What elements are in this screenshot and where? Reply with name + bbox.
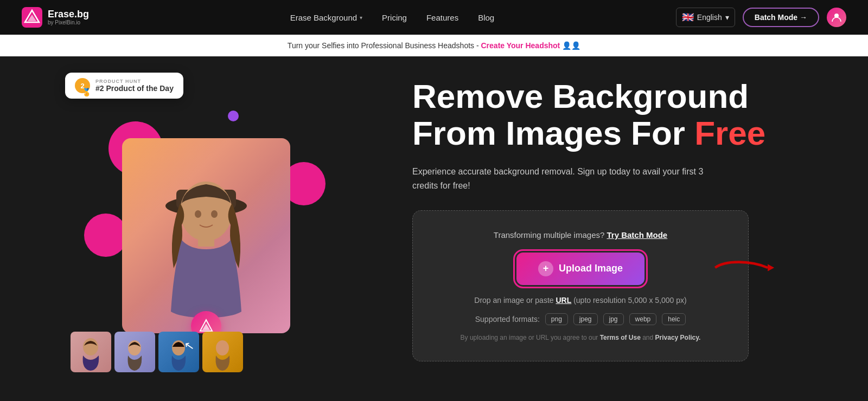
- nav-erase-background[interactable]: Erase Background ▾: [290, 13, 362, 22]
- format-badge-heic: heic: [662, 313, 686, 325]
- hero-heading: Remove Background From Images For Free: [412, 78, 825, 152]
- hero-image-card: [122, 138, 290, 333]
- upload-btn-wrap: + Upload Image: [435, 253, 726, 285]
- chevron-down-icon: ▾: [725, 13, 729, 22]
- batch-mode-text: Transforming multiple images? Try Batch …: [435, 230, 726, 240]
- flag-icon: 🇬🇧: [682, 11, 694, 23]
- language-selector[interactable]: 🇬🇧 English ▾: [676, 8, 735, 27]
- privacy-link[interactable]: Privacy Policy.: [655, 334, 701, 341]
- announcement-text: Turn your Selfies into Professional Busi…: [288, 41, 479, 50]
- logo-icon: [22, 7, 42, 28]
- nav-pricing[interactable]: Pricing: [382, 13, 407, 22]
- avatar[interactable]: [827, 8, 846, 27]
- terms-link[interactable]: Terms of Use: [600, 334, 641, 341]
- format-badge-jpeg: jpeg: [573, 313, 598, 325]
- deco-circle-small: [228, 111, 239, 121]
- red-arrow: [710, 254, 775, 283]
- nav-links: Erase Background ▾ Pricing Features Blog: [290, 13, 495, 22]
- hero-image-bg: [122, 138, 290, 333]
- svg-point-12: [83, 338, 98, 355]
- nav-features[interactable]: Features: [426, 13, 458, 22]
- deco-circle-medium: [84, 214, 127, 257]
- try-batch-mode-link[interactable]: Try Batch Mode: [607, 230, 668, 240]
- svg-point-15: [216, 340, 229, 355]
- formats-row: Supported formats: png jpeg jpg webp hei…: [435, 313, 726, 325]
- svg-marker-16: [768, 264, 774, 271]
- right-section: Remove Background From Images For Free E…: [380, 56, 868, 383]
- person-silhouette: [136, 160, 277, 333]
- chevron-down-icon: ▾: [360, 15, 362, 21]
- language-label: English: [697, 13, 722, 22]
- main-content: 2 PRODUCT HUNT #2 Product of the Day: [0, 56, 868, 383]
- headshot-cta-link[interactable]: Create Your Headshot: [481, 41, 560, 50]
- terms-text: By uploading an image or URL you agree t…: [435, 334, 726, 341]
- upload-btn-label: Upload Image: [559, 263, 623, 274]
- nav-blog[interactable]: Blog: [478, 13, 494, 22]
- url-link[interactable]: URL: [556, 296, 571, 305]
- ph-label: PRODUCT HUNT: [95, 79, 174, 84]
- logo-name: Erase.bg: [48, 9, 89, 20]
- ph-rank: 2: [75, 78, 90, 93]
- formats-label: Supported formats:: [475, 315, 540, 324]
- format-badge-png: png: [545, 313, 568, 325]
- drop-text: Drop an image or paste URL (upto resolut…: [435, 296, 726, 305]
- thumbnail-1: [71, 332, 111, 372]
- navbar: Erase.bg by PixelBin.io Erase Background…: [0, 0, 868, 35]
- nav-right: 🇬🇧 English ▾ Batch Mode →: [676, 8, 846, 27]
- svg-point-8: [195, 210, 201, 218]
- ph-title: #2 Product of the Day: [95, 84, 174, 93]
- svg-rect-7: [198, 236, 214, 247]
- upload-image-button[interactable]: + Upload Image: [516, 253, 644, 285]
- product-hunt-badge: 2 PRODUCT HUNT #2 Product of the Day: [65, 73, 183, 99]
- plus-icon: +: [538, 261, 553, 276]
- logo-sub: by PixelBin.io: [48, 20, 89, 25]
- announcement-emoji: 👤👤: [562, 41, 580, 50]
- hero-subtext: Experience accurate background removal. …: [412, 165, 727, 192]
- user-icon: [831, 12, 842, 23]
- hero-heading-line1: Remove Background: [412, 77, 749, 115]
- batch-mode-button[interactable]: Batch Mode →: [743, 8, 819, 27]
- hero-heading-line2: From Images For: [412, 114, 685, 152]
- left-section: 2 PRODUCT HUNT #2 Product of the Day: [0, 56, 380, 383]
- thumbnail-4: [202, 332, 243, 372]
- format-badge-webp: webp: [629, 313, 657, 325]
- announcement-bar: Turn your Selfies into Professional Busi…: [0, 35, 868, 56]
- upload-card: Transforming multiple images? Try Batch …: [412, 210, 749, 361]
- logo[interactable]: Erase.bg by PixelBin.io: [22, 7, 108, 28]
- hero-heading-highlight: Free: [694, 114, 765, 152]
- svg-point-9: [211, 210, 218, 218]
- thumbnail-2: [114, 332, 155, 372]
- thumbnail-strip: [71, 332, 243, 372]
- format-badge-jpg: jpg: [603, 313, 624, 325]
